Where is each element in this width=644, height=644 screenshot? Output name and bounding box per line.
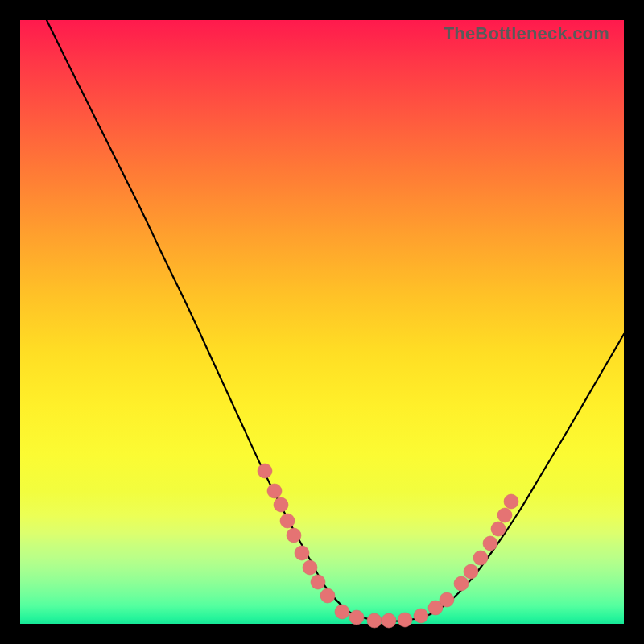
highlight-dot: [303, 560, 317, 575]
highlight-dot: [464, 564, 478, 579]
highlight-dot: [440, 592, 454, 607]
highlight-dot: [349, 610, 364, 625]
highlight-dot: [287, 528, 301, 543]
highlight-dot: [320, 588, 335, 603]
highlight-dot: [295, 546, 309, 560]
highlight-dot: [367, 613, 382, 628]
plot-area: TheBottleneck.com: [20, 20, 624, 624]
highlight-dot: [473, 551, 488, 565]
highlight-dot: [398, 613, 412, 627]
highlight-dot: [414, 609, 428, 623]
highlight-dot: [274, 497, 288, 512]
chart-frame: TheBottleneck.com: [0, 0, 644, 644]
highlight-dot: [267, 484, 282, 498]
highlight-dots-group: [258, 464, 518, 628]
highlight-dot: [497, 508, 512, 522]
highlight-dot: [491, 522, 506, 536]
highlight-dot: [454, 576, 469, 591]
highlight-dot: [335, 605, 349, 619]
highlight-dot: [280, 514, 295, 528]
curve-layer: [20, 20, 624, 624]
highlight-dot: [258, 464, 272, 478]
highlight-dot: [504, 494, 518, 509]
highlight-dot: [311, 575, 325, 589]
bottleneck-curve: [47, 20, 624, 621]
highlight-dot: [382, 613, 396, 628]
highlight-dot: [483, 536, 497, 551]
